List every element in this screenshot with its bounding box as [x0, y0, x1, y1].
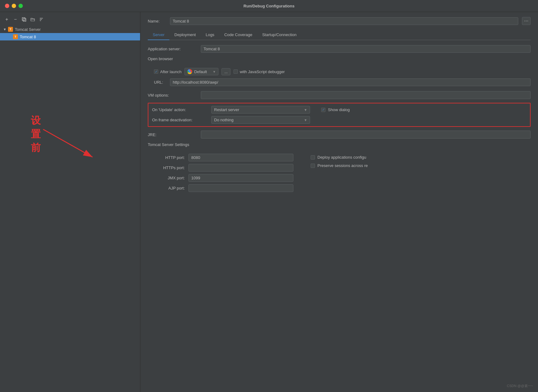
http-port-row: HTTP port: [148, 154, 293, 161]
traffic-lights [5, 4, 23, 8]
show-dialog-label: Show dialog [328, 107, 350, 112]
app-server-value: Tomcat 8 [201, 45, 531, 53]
name-row: Name: ⋯ [148, 17, 531, 25]
name-input[interactable] [170, 17, 518, 25]
on-frame-value: Do nothing [214, 118, 301, 122]
tab-startup-connection[interactable]: Startup/Connection [257, 30, 301, 40]
https-port-input[interactable] [188, 164, 293, 172]
browser-select-text: Default [194, 69, 207, 74]
content-panel: Name: ⋯ Server Deployment Logs Code Cove… [140, 12, 538, 392]
deploy-apps-row: Deploy applications configu [311, 155, 368, 160]
form-content: Application server: Tomcat 8 Open browse… [140, 40, 538, 392]
after-launch-wrapper: After launch [154, 69, 181, 74]
ajp-port-row: AJP port: [148, 184, 293, 192]
vm-options-row: VM options: [148, 91, 531, 99]
tomcat-settings-title-row: Tomcat Server Settings [148, 142, 531, 150]
on-frame-select[interactable]: Do nothing ▼ [211, 116, 310, 124]
jre-input[interactable] [201, 131, 531, 139]
ajp-port-input[interactable] [188, 184, 293, 192]
copy-icon [22, 17, 27, 22]
jmx-port-input[interactable] [188, 174, 293, 182]
maximize-button[interactable] [19, 4, 23, 8]
show-dialog-checkbox[interactable] [321, 108, 325, 112]
on-update-select[interactable]: Restart server ▼ [211, 106, 310, 114]
annotation-arrow-svg [40, 126, 102, 163]
http-port-input[interactable] [188, 154, 293, 161]
tab-logs[interactable]: Logs [201, 30, 219, 40]
tree-parent-label: Tomcat Server [15, 27, 41, 32]
https-port-row: HTTPs port: [148, 164, 293, 172]
https-port-label: HTTPs port: [154, 165, 185, 170]
title-bar: Run/Debug Configurations [0, 0, 538, 12]
tomcat-settings-title: Tomcat Server Settings [148, 142, 189, 147]
tab-deployment[interactable]: Deployment [169, 30, 201, 40]
copy-config-button[interactable] [20, 16, 28, 23]
after-launch-label: After launch [160, 69, 181, 74]
tomcat-child-icon: T [13, 34, 18, 39]
show-dialog-row: Show dialog [321, 107, 350, 112]
chrome-icon [187, 69, 192, 74]
app-server-row: Application server: Tomcat 8 [148, 45, 531, 53]
js-debugger-wrapper: with JavaScript debugger [234, 69, 285, 74]
folder-config-button[interactable] [29, 16, 36, 23]
ports-layout: HTTP port: HTTPs port: JMX port: AJP por… [148, 154, 531, 194]
tomcat-server-icon: T [8, 27, 13, 32]
after-launch-checkbox[interactable] [154, 69, 158, 74]
sort-icon [39, 17, 44, 22]
deploy-apps-checkbox[interactable] [311, 155, 315, 160]
add-config-button[interactable]: + [3, 16, 10, 23]
sidebar: + − [0, 12, 140, 392]
url-row: URL: [148, 78, 531, 86]
close-button[interactable] [5, 4, 9, 8]
tree-parent-tomcat-server[interactable]: ▼ T Tomcat Server [0, 26, 140, 33]
left-ports: HTTP port: HTTPs port: JMX port: AJP por… [148, 154, 293, 194]
jmx-port-label: JMX port: [154, 176, 185, 180]
tree-child-tomcat8[interactable]: T Tomcat 8 [0, 33, 140, 40]
sort-config-button[interactable] [38, 16, 45, 23]
vm-options-input[interactable] [201, 91, 531, 99]
svg-line-6 [43, 129, 93, 157]
svg-rect-0 [23, 19, 26, 21]
open-browser-label: Open browser [148, 56, 173, 61]
open-browser-label-row: Open browser [148, 56, 531, 64]
preserve-sessions-checkbox[interactable] [311, 164, 315, 168]
tab-server[interactable]: Server [148, 30, 169, 40]
http-port-label: HTTP port: [154, 155, 185, 160]
remove-config-button[interactable]: − [12, 16, 19, 23]
js-debugger-checkbox[interactable] [234, 69, 238, 74]
on-update-label: On 'Update' action: [152, 107, 208, 112]
name-expand-button[interactable]: ⋯ [522, 17, 531, 25]
jmx-port-row: JMX port: [148, 174, 293, 182]
browser-ellipsis-button[interactable]: ... [221, 68, 230, 75]
annotation-text: 设置前 [31, 114, 41, 155]
main-layout: + − [0, 12, 538, 392]
tabs-bar: Server Deployment Logs Code Coverage Sta… [148, 30, 531, 40]
on-frame-label: On frame deactivation: [152, 118, 208, 122]
browser-select[interactable]: Default ▼ [184, 68, 218, 75]
on-update-arrow: ▼ [304, 108, 307, 112]
deploy-apps-label: Deploy applications configu [317, 155, 366, 160]
window-title: Run/Debug Configurations [243, 4, 294, 8]
folder-icon [30, 17, 35, 22]
tree-child-label: Tomcat 8 [20, 35, 36, 39]
vm-options-label: VM options: [148, 93, 197, 98]
tab-code-coverage[interactable]: Code Coverage [219, 30, 257, 40]
js-debugger-label: with JavaScript debugger [240, 69, 285, 74]
update-actions-section: On 'Update' action: Restart server ▼ Sho… [148, 103, 531, 127]
tree-arrow-icon: ▼ [3, 27, 6, 31]
preserve-sessions-label: Preserve sessions across re [317, 163, 368, 168]
ajp-port-label: AJP port: [154, 186, 185, 190]
on-update-value: Restart server [214, 107, 301, 112]
browser-row: After launch Default ▼ ... with JavaScri… [148, 68, 531, 75]
url-input[interactable] [170, 78, 531, 86]
jre-label: JRE: [148, 132, 197, 137]
on-frame-arrow: ▼ [304, 118, 307, 122]
name-label: Name: [148, 19, 166, 23]
sidebar-toolbar: + − [0, 15, 140, 26]
url-label: URL: [154, 80, 166, 85]
preserve-sessions-row: Preserve sessions across re [311, 163, 368, 168]
browser-select-arrow: ▼ [213, 70, 216, 73]
tree-group: ▼ T Tomcat Server T Tomcat 8 [0, 26, 140, 40]
on-frame-row: On frame deactivation: Do nothing ▼ [152, 116, 526, 124]
minimize-button[interactable] [12, 4, 16, 8]
